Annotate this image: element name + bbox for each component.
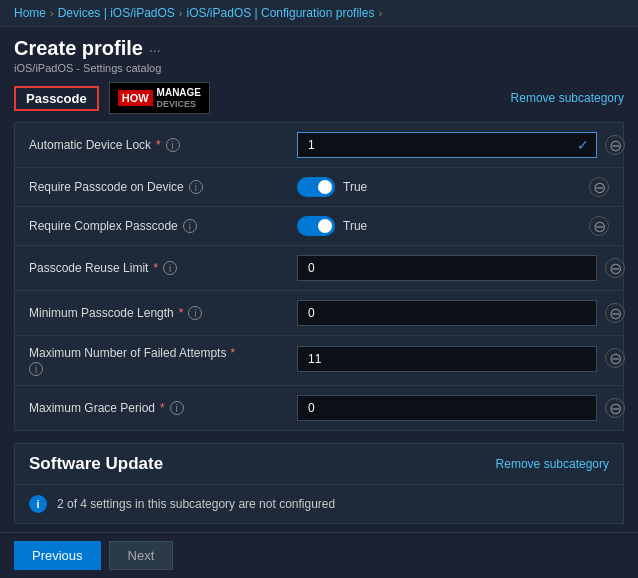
- setting-row-passcode-reuse: Passcode Reuse Limit * i ⊖: [15, 246, 623, 291]
- section-header: Passcode HOW MANAGE DEVICES Remove subca…: [14, 82, 624, 114]
- setting-control-passcode-reuse: [297, 255, 597, 281]
- remove-subcategory-link[interactable]: Remove subcategory: [511, 91, 624, 105]
- breadcrumb-sep-1: ›: [50, 7, 54, 19]
- info-icon-automatic-device-lock[interactable]: i: [166, 138, 180, 152]
- info-circle-icon: i: [29, 495, 47, 513]
- setting-label-require-passcode: Require Passcode on Device i: [29, 180, 289, 194]
- page-title: Create profile: [14, 37, 143, 60]
- input-passcode-reuse[interactable]: [297, 255, 597, 281]
- required-star-reuse: *: [153, 261, 158, 275]
- software-update-info-banner: i 2 of 4 settings in this subcategory ar…: [15, 485, 623, 523]
- page-title-ellipsis: ···: [149, 42, 161, 58]
- input-max-failed-attempts[interactable]: [297, 346, 597, 372]
- setting-row-require-complex: Require Complex Passcode i True ⊖: [15, 207, 623, 246]
- breadcrumb-home[interactable]: Home: [14, 6, 46, 20]
- software-update-header: Software Update Remove subcategory: [15, 444, 623, 485]
- remove-btn-max-failed-attempts[interactable]: ⊖: [605, 348, 625, 368]
- setting-control-max-grace-period: [297, 395, 597, 421]
- toggle-label-require-passcode: True: [343, 180, 367, 194]
- setting-row-min-passcode-length: Minimum Passcode Length * i ⊖: [15, 291, 623, 336]
- setting-control-require-passcode: True: [297, 177, 581, 197]
- required-star-max-attempts: *: [230, 346, 235, 360]
- dropdown-automatic-device-lock[interactable]: 1 2 5: [297, 132, 597, 158]
- remove-btn-max-grace-period[interactable]: ⊖: [605, 398, 625, 418]
- info-icon-max-grace-period[interactable]: i: [170, 401, 184, 415]
- passcode-settings-section: Automatic Device Lock * i 1 2 5 ✓ ⊖ Requ: [14, 122, 624, 431]
- setting-row-require-passcode: Require Passcode on Device i True ⊖: [15, 168, 623, 207]
- software-update-info-text: 2 of 4 settings in this subcategory are …: [57, 497, 335, 511]
- required-star-min-length: *: [179, 306, 184, 320]
- setting-label-max-failed-attempts: Maximum Number of Failed Attempts * i: [29, 346, 289, 376]
- setting-control-max-failed-attempts: [297, 346, 597, 372]
- setting-control-min-passcode-length: [297, 300, 597, 326]
- passcode-badge: Passcode: [14, 86, 99, 111]
- remove-btn-require-passcode[interactable]: ⊖: [589, 177, 609, 197]
- remove-btn-passcode-reuse[interactable]: ⊖: [605, 258, 625, 278]
- info-icon-max-failed-attempts[interactable]: i: [29, 362, 43, 376]
- remove-btn-require-complex[interactable]: ⊖: [589, 216, 609, 236]
- setting-row-max-failed-attempts: Maximum Number of Failed Attempts * i ⊖: [15, 336, 623, 386]
- breadcrumb-sep-2: ›: [179, 7, 183, 19]
- required-star-grace-period: *: [160, 401, 165, 415]
- footer: Previous Next: [0, 532, 638, 578]
- page-subtitle: iOS/iPadOS - Settings catalog: [14, 62, 624, 74]
- remove-btn-automatic-device-lock[interactable]: ⊖: [605, 135, 625, 155]
- input-max-grace-period[interactable]: [297, 395, 597, 421]
- previous-button[interactable]: Previous: [14, 541, 101, 570]
- info-icon-require-complex[interactable]: i: [183, 219, 197, 233]
- toggle-label-require-complex: True: [343, 219, 367, 233]
- toggle-thumb-complex: [318, 219, 332, 233]
- setting-control-require-complex: True: [297, 216, 581, 236]
- setting-label-min-passcode-length: Minimum Passcode Length * i: [29, 306, 289, 320]
- setting-label-max-grace-period: Maximum Grace Period * i: [29, 401, 289, 415]
- section-header-left: Passcode HOW MANAGE DEVICES: [14, 82, 210, 114]
- setting-label-require-complex: Require Complex Passcode i: [29, 219, 289, 233]
- toggle-thumb: [318, 180, 332, 194]
- required-star: *: [156, 138, 161, 152]
- how-manage-devices-logo: HOW MANAGE DEVICES: [109, 82, 210, 114]
- dropdown-wrapper-automatic-device-lock: 1 2 5 ✓: [297, 132, 597, 158]
- main-content: Create profile ··· iOS/iPadOS - Settings…: [0, 27, 638, 573]
- software-remove-subcategory-link[interactable]: Remove subcategory: [496, 457, 609, 471]
- toggle-wrapper-require-passcode: True: [297, 177, 367, 197]
- toggle-track-complex: [297, 216, 335, 236]
- breadcrumb-profiles[interactable]: iOS/iPadOS | Configuration profiles: [187, 6, 375, 20]
- toggle-require-complex[interactable]: [297, 216, 335, 236]
- setting-row-max-grace-period: Maximum Grace Period * i ⊖: [15, 386, 623, 430]
- setting-label-passcode-reuse: Passcode Reuse Limit * i: [29, 261, 289, 275]
- info-icon-min-passcode-length[interactable]: i: [188, 306, 202, 320]
- setting-control-automatic-device-lock: 1 2 5 ✓: [297, 132, 597, 158]
- info-icon-require-passcode[interactable]: i: [189, 180, 203, 194]
- breadcrumb-sep-3: ›: [378, 7, 382, 19]
- remove-btn-min-passcode-length[interactable]: ⊖: [605, 303, 625, 323]
- logo-how: HOW: [118, 90, 153, 106]
- logo-manage: MANAGE: [157, 87, 201, 99]
- software-update-section: Software Update Remove subcategory i 2 o…: [14, 443, 624, 524]
- setting-label-automatic-device-lock: Automatic Device Lock * i: [29, 138, 289, 152]
- toggle-wrapper-require-complex: True: [297, 216, 367, 236]
- logo-devices: DEVICES: [157, 99, 201, 109]
- software-update-title: Software Update: [29, 454, 163, 474]
- toggle-require-passcode[interactable]: [297, 177, 335, 197]
- breadcrumb: Home › Devices | iOS/iPadOS › iOS/iPadOS…: [0, 0, 638, 27]
- toggle-track: [297, 177, 335, 197]
- breadcrumb-devices[interactable]: Devices | iOS/iPadOS: [58, 6, 175, 20]
- input-min-passcode-length[interactable]: [297, 300, 597, 326]
- setting-row-automatic-device-lock: Automatic Device Lock * i 1 2 5 ✓ ⊖: [15, 123, 623, 168]
- info-icon-passcode-reuse[interactable]: i: [163, 261, 177, 275]
- next-button[interactable]: Next: [109, 541, 174, 570]
